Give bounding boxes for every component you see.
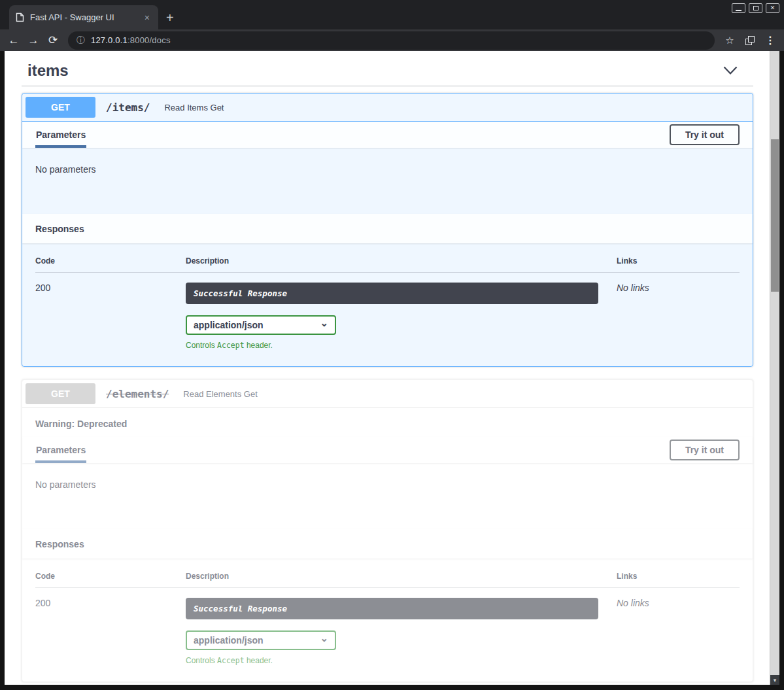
accept-header-note: Controls Accept header. xyxy=(186,341,598,350)
endpoint-path: /elements/ xyxy=(102,388,169,400)
window-maximize-button[interactable] xyxy=(749,3,762,13)
opblock-get-items: GET /items/ Read Items Get Parameters Tr… xyxy=(22,93,753,367)
window-controls: ✕ xyxy=(728,3,779,13)
description-column-header: Description xyxy=(186,572,617,581)
method-badge: GET xyxy=(26,97,95,118)
window-close-button[interactable]: ✕ xyxy=(766,3,779,13)
browser-window: Fast API - Swagger UI × + ✕ ← → ⟳ ⓘ 127.… xyxy=(0,0,784,690)
section-chevron-down-icon[interactable] xyxy=(723,66,738,75)
code-column-header: Code xyxy=(35,256,186,266)
responses-header: Responses xyxy=(22,529,753,559)
select-chevron-icon: ⌄ xyxy=(320,635,328,642)
parameters-title: Parameters xyxy=(36,129,86,140)
parameters-title: Parameters xyxy=(36,445,86,455)
endpoint-path: /items/ xyxy=(102,101,150,114)
items-section-header[interactable]: items xyxy=(22,51,753,86)
select-chevron-icon: ⌄ xyxy=(320,320,328,326)
response-row-200: 200 Successful Response application/json… xyxy=(35,588,740,665)
media-type-value: application/json xyxy=(194,320,264,330)
media-type-select[interactable]: application/json ⌄ xyxy=(186,630,336,650)
no-parameters-text: No parameters xyxy=(35,479,96,490)
links-column-header: Links xyxy=(617,572,740,581)
bookmark-star-icon[interactable]: ☆ xyxy=(720,35,740,46)
responses-table-header: Code Description Links xyxy=(35,572,740,588)
try-it-out-button[interactable]: Try it out xyxy=(670,440,740,460)
browser-tab[interactable]: Fast API - Swagger UI × xyxy=(9,5,158,29)
section-divider xyxy=(22,86,753,86)
window-titlebar: Fast API - Swagger UI × + ✕ xyxy=(0,0,784,29)
endpoint-summary: Read Elements Get xyxy=(175,389,257,399)
deprecated-warning: Warning: Deprecated xyxy=(22,408,753,437)
media-type-value: application/json xyxy=(194,635,264,646)
browser-windows-icon[interactable] xyxy=(745,36,755,45)
responses-body: Code Description Links 200 Successful Re… xyxy=(22,559,753,681)
parameters-body: No parameters xyxy=(22,463,753,529)
page-wrap: items GET /items/ Read Items Get xyxy=(0,51,784,690)
page-scrollbar[interactable]: ▾ xyxy=(770,51,779,685)
scrollbar-thumb[interactable] xyxy=(771,139,779,292)
media-type-select[interactable]: application/json ⌄ xyxy=(186,315,336,335)
response-links: No links xyxy=(617,283,740,350)
tab-title: Fast API - Swagger UI xyxy=(30,12,137,22)
response-description-box: Successful Response xyxy=(186,598,598,619)
responses-header: Responses xyxy=(22,214,753,243)
accept-header-note: Controls Accept header. xyxy=(186,656,598,665)
section-title: items xyxy=(27,61,69,80)
response-code: 200 xyxy=(35,598,186,665)
no-parameters-text: No parameters xyxy=(35,164,96,175)
code-column-header: Code xyxy=(35,572,186,581)
accept-note-suffix: header. xyxy=(245,341,273,350)
method-badge: GET xyxy=(26,383,95,404)
parameters-body: No parameters xyxy=(22,148,753,214)
opblock-summary-items[interactable]: GET /items/ Read Items Get xyxy=(22,94,753,122)
accept-note-suffix: header. xyxy=(245,656,273,665)
accept-note-prefix: Controls xyxy=(186,341,217,350)
parameters-header: Parameters Try it out xyxy=(22,437,753,463)
window-minimize-button[interactable] xyxy=(732,3,745,13)
page-favicon-icon xyxy=(16,12,24,22)
accept-note-code: Accept xyxy=(217,656,245,665)
response-description-box: Successful Response xyxy=(186,283,598,304)
address-bar[interactable]: ⓘ 127.0.0.1:8000/docs xyxy=(68,31,715,50)
parameters-tab[interactable]: Parameters xyxy=(35,122,86,148)
responses-body: Code Description Links 200 Successful Re… xyxy=(22,243,753,366)
url-host: 127.0.0.1 xyxy=(91,35,128,45)
responses-table-header: Code Description Links xyxy=(35,256,740,273)
site-info-icon[interactable]: ⓘ xyxy=(77,35,85,46)
opblock-summary-elements[interactable]: GET /elements/ Read Elements Get xyxy=(22,380,753,408)
accept-note-code: Accept xyxy=(217,341,245,350)
reload-button[interactable]: ⟳ xyxy=(43,35,63,46)
try-it-out-button[interactable]: Try it out xyxy=(670,124,740,145)
links-column-header: Links xyxy=(617,256,740,266)
response-row-200: 200 Successful Response application/json… xyxy=(35,273,740,350)
parameters-header: Parameters Try it out xyxy=(22,122,753,148)
tab-close-icon[interactable]: × xyxy=(143,12,152,23)
scrollbar-down-button[interactable]: ▾ xyxy=(770,675,779,685)
parameters-tab[interactable]: Parameters xyxy=(35,437,86,463)
description-column-header: Description xyxy=(186,256,617,266)
browser-toolbar: ← → ⟳ ⓘ 127.0.0.1:8000/docs ☆ ⋮ xyxy=(0,29,784,51)
response-links: No links xyxy=(617,598,740,665)
browser-menu-icon[interactable]: ⋮ xyxy=(760,35,780,46)
url-path: :8000/docs xyxy=(128,35,171,45)
accept-note-prefix: Controls xyxy=(186,656,217,665)
response-code: 200 xyxy=(35,283,186,350)
opblock-get-elements-deprecated: GET /elements/ Read Elements Get Warning… xyxy=(22,379,753,682)
swagger-page: items GET /items/ Read Items Get xyxy=(5,51,779,685)
endpoint-summary: Read Items Get xyxy=(156,103,224,112)
new-tab-button[interactable]: + xyxy=(166,11,174,24)
maximize-icon xyxy=(753,6,758,10)
minimize-icon xyxy=(736,10,741,11)
forward-button[interactable]: → xyxy=(24,35,43,46)
responses-title: Responses xyxy=(35,539,84,549)
back-button[interactable]: ← xyxy=(4,35,24,46)
url-text: 127.0.0.1:8000/docs xyxy=(91,35,171,45)
responses-title: Responses xyxy=(35,224,84,234)
